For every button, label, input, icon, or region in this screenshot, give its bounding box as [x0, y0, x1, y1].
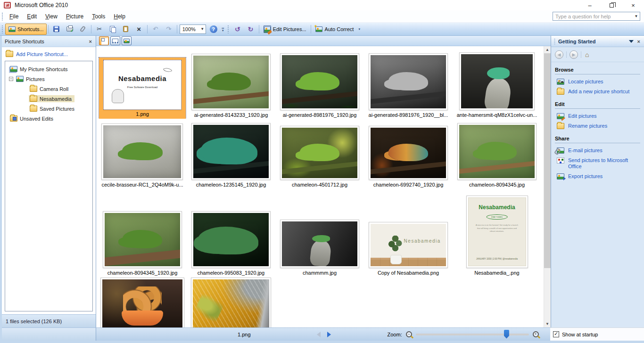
thumbnail-17[interactable] — [187, 277, 275, 327]
thumbnail-filename: Nesabamedia_.png — [473, 268, 520, 277]
share-link-3[interactable]: Export pictures — [555, 172, 640, 181]
thumbnail-12[interactable]: chameleon-995083_1920.jpg — [187, 188, 275, 277]
vertical-scrollbar[interactable]: ▲ ▼ — [544, 46, 551, 327]
single-picture-view-button[interactable] — [122, 36, 132, 45]
undo-button[interactable]: ↶ — [149, 24, 162, 35]
close-button[interactable]: × — [622, 0, 644, 10]
add-picture-shortcut-link[interactable]: Add Picture Shortcut... — [2, 47, 96, 60]
menu-item-4[interactable]: Picture — [62, 11, 88, 22]
shortcuts-icon — [8, 25, 16, 33]
getting-started-header: Getting Started × — [551, 36, 644, 47]
chevron-down-icon[interactable]: ▼ — [633, 13, 639, 19]
thumbnail-view-button[interactable] — [99, 36, 109, 45]
thumbnail-6[interactable]: cecile-brasseur-RC1_2Q4oM9k-u... — [98, 119, 187, 188]
thumbnail-2[interactable]: ai-generated-8143233_1920.jpg — [187, 46, 275, 119]
section-header: Share — [555, 135, 640, 143]
menu-item-3[interactable]: View — [41, 11, 62, 22]
auto-correct-button[interactable]: Auto Correct — [313, 24, 357, 35]
redo-button[interactable]: ↷ — [162, 24, 175, 35]
paste-button[interactable] — [119, 24, 132, 35]
edit-pictures-button[interactable]: Edit Pictures... — [261, 24, 309, 35]
close-icon[interactable]: × — [636, 39, 641, 44]
thumbnail-filename: chameleon-995083_1920.jpg — [197, 268, 266, 277]
menu-item-2[interactable]: Edit — [23, 11, 41, 22]
restore-button[interactable] — [601, 0, 622, 10]
thumbnail-13[interactable]: chammmm.jpg — [275, 188, 364, 277]
edit-link-2[interactable]: Rename pictures — [555, 121, 640, 131]
menu-item-1[interactable]: File — [5, 11, 23, 22]
menu-item-6[interactable]: Help — [109, 11, 130, 22]
share-link-1[interactable]: E-mail pictures — [555, 146, 640, 155]
thumbnail-15[interactable]: Nesabamedia A new era is on the horizon!… — [453, 188, 541, 277]
save-button[interactable] — [50, 24, 63, 35]
scrollbar-thumb[interactable] — [544, 53, 551, 268]
chevron-down-icon[interactable] — [629, 40, 634, 43]
edit-link-1[interactable]: Edit pictures — [555, 111, 640, 121]
add-shortcut-folder-icon — [6, 51, 13, 57]
section-share: Share E-mail pictures Send pictures to M… — [551, 131, 644, 181]
thumbnail-1[interactable]: Nesabamedia Free Sofware Download 1.png — [98, 46, 187, 119]
share-link-2[interactable]: Send pictures to Microsoft Office — [555, 155, 640, 172]
toolbar-options-button[interactable]: ▪▪▾ — [220, 24, 226, 34]
picture-manager-window: Microsoft Office 2010 – × FileEditViewPi… — [0, 0, 644, 343]
thumbnail-7[interactable]: chameleon-1235145_1920.jpg — [187, 119, 275, 188]
picture-shortcuts-header: Picture Shortcuts × — [2, 36, 96, 47]
zoom-combobox[interactable]: 100% ▼ — [180, 24, 206, 34]
zoom-slider-thumb[interactable] — [504, 330, 509, 339]
thumbnail-9[interactable]: chameleon-6992740_1920.jpg — [364, 119, 453, 188]
help-icon: ? — [210, 25, 217, 33]
thumbnail-filename: chameleon-6992740_1920.jpg — [372, 180, 445, 188]
tree-item-1[interactable]: My Picture Shortcuts — [6, 64, 91, 74]
print-button[interactable] — [63, 24, 76, 35]
shortcuts-button[interactable]: Shortcuts... — [5, 24, 47, 35]
thumbnail-8[interactable]: chameleon-4501712.jpg — [275, 119, 364, 188]
zoom-out-icon[interactable]: − — [406, 331, 412, 337]
filmstrip-view-button[interactable] — [110, 36, 120, 45]
minimize-button[interactable]: – — [579, 0, 601, 10]
browse-link-1[interactable]: Locate pictures — [555, 77, 640, 87]
thumbnail-14[interactable]: Nesabamedia Copy of Nesabamedia.png — [364, 188, 453, 277]
chevron-down-icon[interactable]: ▼ — [199, 27, 206, 31]
tree-item-3[interactable]: Camera Roll — [6, 84, 91, 94]
tree-item-2[interactable]: Pictures — [6, 74, 91, 84]
scroll-up-icon[interactable]: ▲ — [544, 46, 551, 53]
undo-icon: ↶ — [152, 25, 159, 33]
back-button[interactable]: ◀ — [555, 50, 563, 59]
section-header: Edit — [555, 100, 640, 109]
help-search-input[interactable] — [553, 12, 640, 21]
home-icon[interactable]: ⌂ — [584, 51, 590, 58]
tree-item-5[interactable]: Saved Pictures — [6, 104, 91, 114]
filmstrip-view-icon — [112, 39, 118, 43]
cut-button[interactable]: ✂ — [93, 24, 106, 35]
section-browse: Browse Locate pictures Add a new picture… — [551, 62, 644, 97]
help-search-box[interactable]: ▼ — [553, 12, 640, 21]
zoom-slider[interactable] — [416, 334, 529, 335]
thumbnail-16[interactable] — [98, 277, 187, 327]
thumbnail-11[interactable]: chameleon-8094345_1920.jpg — [98, 188, 187, 277]
thumbnail-10[interactable]: chameleon-8094345.jpg — [453, 119, 541, 188]
browse-link-2[interactable]: Add a new picture shortcut — [555, 87, 640, 97]
show-at-startup-checkbox[interactable] — [553, 331, 559, 337]
thumbnail-4[interactable]: ai-generated-8981976_1920__bl... — [364, 46, 453, 119]
thumbnail-3[interactable]: ai-generated-8981976_1920.jpg — [275, 46, 364, 119]
email-attach-button[interactable] — [76, 24, 90, 35]
tree-item-4[interactable]: Nesabamedia — [6, 94, 91, 104]
help-button[interactable]: ? — [207, 24, 220, 35]
next-arrow-icon[interactable] — [327, 332, 331, 337]
rotate-left-button[interactable]: ↺ — [231, 24, 244, 35]
rotate-right-button[interactable]: ↻ — [244, 24, 257, 35]
copy-button[interactable] — [106, 24, 119, 35]
scroll-down-icon[interactable]: ▼ — [544, 320, 551, 327]
zoom-in-icon[interactable]: + — [533, 331, 539, 337]
pictures-icon — [16, 76, 24, 82]
delete-button[interactable]: × — [132, 24, 146, 35]
forward-button[interactable]: ▶ — [570, 50, 578, 59]
previous-arrow-icon[interactable] — [317, 332, 321, 337]
close-icon[interactable]: × — [88, 39, 93, 44]
toolbar-options-button[interactable]: ▾ — [356, 24, 362, 34]
collapse-icon[interactable] — [9, 77, 13, 81]
thumbnail-5[interactable]: ante-hamersmit-qM8zX1celvc-un... — [453, 46, 541, 119]
tree-item-6[interactable]: Unsaved Edits — [6, 114, 91, 123]
menu-item-5[interactable]: Tools — [88, 11, 109, 22]
thumbnail-grid: Nesabamedia Free Sofware Download 1.png — [96, 46, 544, 327]
